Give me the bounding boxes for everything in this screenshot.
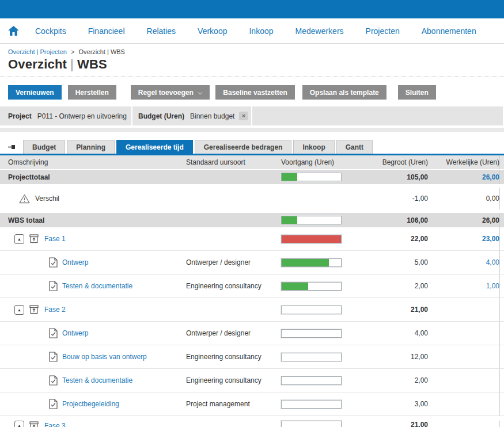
task-link[interactable]: Testen & documentatie [62,376,132,384]
row-label: Verschil [35,195,59,203]
tab-gerealiseerde-tijd[interactable]: Gerealiseerde tijd [116,140,193,154]
tab-gerealiseerde-bedragen[interactable]: Gerealiseerde bedragen [195,140,292,154]
col-header-werkelijke[interactable]: Werkelijke (Uren) [428,155,500,169]
row-werkelijke: 26,00 [482,216,499,224]
task-link[interactable]: Bouw op basis van ontwerp [62,353,147,361]
collapse-button[interactable]: ▲ [14,421,24,427]
progress-bar [281,282,342,291]
filter-budget-value: Binnen budget [190,112,234,120]
phase-link[interactable]: Fase 1 [44,235,66,243]
row-progress-cell [276,173,351,181]
archive-icon[interactable] [29,421,39,427]
row-begroot: 22,00 [351,235,428,243]
nav-item-abonnementen[interactable]: Abonnementen [422,26,476,36]
tab-planning[interactable]: Planning [67,140,115,154]
nav-item-verkoop[interactable]: Verkoop [198,26,227,36]
nav-item-inkoop[interactable]: Inkoop [249,26,273,36]
archive-icon[interactable] [29,305,39,314]
row-progress-cell [276,216,351,224]
table-row-projectbegeleiding: Projectbegeleiding Project management 3,… [0,392,504,416]
task-link[interactable]: Testen & documentatie [62,282,132,290]
chevron-down-icon: ⌵ [198,89,203,96]
row-progress-cell [276,282,351,291]
nav-item-relaties[interactable]: Relaties [147,26,176,36]
triangle-up-icon: ▲ [17,424,21,427]
task-document-icon [49,375,58,386]
col-header-begroot[interactable]: Begroot (Uren) [351,158,428,166]
row-progress-cell [276,306,351,314]
table-row-testen-1: Testen & documentatie Engineering consul… [0,274,504,298]
nav-item-projecten[interactable]: Projecten [366,26,400,36]
task-link[interactable]: Ontwerp [62,329,88,337]
row-progress-cell [276,258,351,267]
row-begroot: 2,00 [351,282,428,290]
col-header-voortgang-label: Voortgang (Uren) [281,158,334,166]
task-link[interactable]: Projectbegeleiding [62,400,119,408]
triangle-up-icon: ▲ [17,237,21,241]
tab-gantt[interactable]: Gantt [336,140,373,154]
sluiten-button[interactable]: Sluiten [398,85,436,100]
phase-link[interactable]: Fase 2 [44,306,66,314]
tab-budget[interactable]: Budget [23,140,65,154]
nav-item-financieel[interactable]: Financieel [88,26,125,36]
home-button[interactable] [8,26,19,36]
collapse-button[interactable]: ▲ [14,234,24,244]
filter-project-label: Project [8,112,32,120]
progress-bar [281,376,342,385]
regel-toevoegen-label: Regel toevoegen [138,89,194,97]
nav-item-medewerkers[interactable]: Medewerkers [295,26,344,36]
table-row-verschil: Verschil -1,00 0,00 [0,188,504,209]
row-werkelijke-link[interactable]: 26,00 [482,173,499,181]
col-header-uursoort[interactable]: Standaard uursoort [186,158,276,166]
filter-budget[interactable]: Budget (Uren) Binnen budget × [132,106,251,125]
row-werkelijke-link[interactable]: 1,00 [486,282,499,290]
row-begroot: 21,00 [351,421,428,427]
opslaan-als-template-button[interactable]: Opslaan als template [302,85,386,100]
row-label: Projecttotaal [0,173,186,181]
breadcrumb-parent-link[interactable]: Overzicht | Projecten [8,48,67,55]
tabs-zone: Budget Planning Gerealiseerde tijd Gerea… [0,140,504,155]
breadcrumb: Overzicht | Projecten > Overzicht | WBS [8,48,496,55]
task-document-icon [49,281,58,291]
table-row-bouw: Bouw op basis van ontwerp Engineering co… [0,345,504,369]
vernieuwen-button[interactable]: Vernieuwen [8,85,62,100]
collapse-button[interactable]: ▲ [14,305,24,315]
row-uursoort: Ontwerper / designer [186,329,276,337]
table-row-projecttotaal: Projecttotaal 105,00 26,00 [0,170,504,184]
row-label: WBS totaal [0,216,186,224]
table-row-ontwerp-2: Ontwerp Ontwerper / designer 4,00 [0,322,504,345]
table-row-testen-2: Testen & documentatie Engineering consul… [0,369,504,392]
baseline-vastzetten-button[interactable]: Baseline vastzetten [215,85,294,100]
row-werkelijke-link[interactable]: 4,00 [486,258,499,266]
page-title-right: WBS [77,57,107,71]
row-begroot: 105,00 [351,173,428,181]
pin-tabs-button[interactable] [8,140,23,154]
filter-project[interactable]: Project P011 - Ontwerp en uitvoering [0,106,131,125]
page-header: Overzicht | Projecten > Overzicht | WBS … [0,44,504,77]
breadcrumb-current: Overzicht | WBS [78,48,124,55]
regel-toevoegen-button[interactable]: Regel toevoegen ⌵ [131,85,210,100]
row-werkelijke-link[interactable]: 23,00 [482,235,499,243]
task-link[interactable]: Ontwerp [62,258,88,266]
pin-icon [8,144,16,150]
task-document-icon [49,257,58,268]
col-header-voortgang[interactable]: Voortgang (Uren) [276,158,351,166]
row-begroot: 21,00 [351,306,428,314]
phase-link[interactable]: Fase 3 [44,422,66,427]
nav-item-cockpits[interactable]: Cockpits [35,26,66,36]
row-progress-cell [276,376,351,385]
table-row-fase-2: ▲ Fase 2 21,00 [0,298,504,322]
tab-inkoop[interactable]: Inkoop [293,140,334,154]
row-begroot: 2,00 [351,376,428,384]
row-uursoort: Project management [186,400,276,408]
archive-icon[interactable] [29,234,39,243]
progress-bar [281,400,342,409]
task-document-icon [49,352,58,362]
filter-budget-remove-button[interactable]: × [239,112,248,120]
row-uursoort: Ontwerper / designer [186,258,276,266]
col-header-omschrijving[interactable]: Omschrijving [0,158,186,166]
row-uursoort: Engineering consultancy [186,282,276,290]
home-icon [8,26,19,36]
table-row-ontwerp-1: Ontwerp Ontwerper / designer 5,00 4,00 [0,251,504,274]
herstellen-button[interactable]: Herstellen [68,85,116,100]
